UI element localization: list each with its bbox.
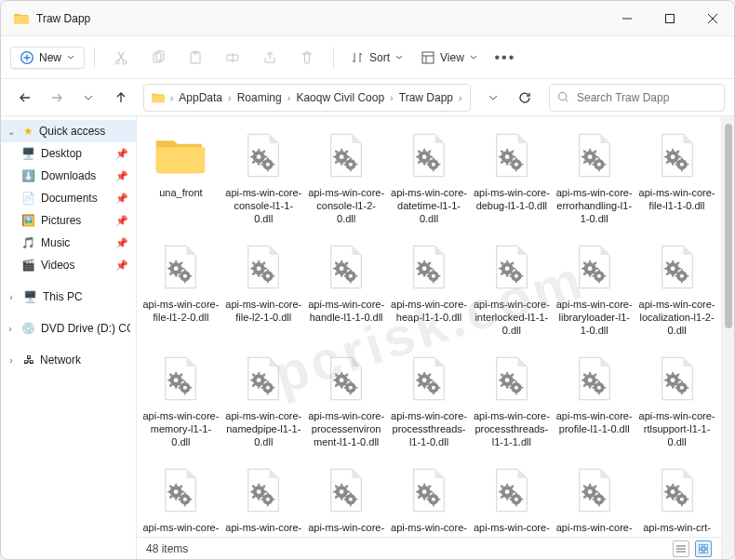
file-item[interactable]: api-ms-win-core-file-l1-2-0.dll [140,233,221,341]
up-button[interactable] [105,84,135,112]
rename-button[interactable] [216,43,249,73]
breadcrumb-item[interactable]: Kaoqw Civil Coop [296,91,384,104]
sidebar-item-music[interactable]: 🎵Music📌 [1,232,136,254]
file-item[interactable]: api-ms-win-core-processenvironment-l1-1-… [306,345,387,453]
file-item[interactable]: api-ms-win-core-processthreads-l1-1-0.dl… [389,345,470,453]
address-bar[interactable]: › AppData › Roaming › Kaoqw Civil Coop ›… [143,84,471,112]
forward-button[interactable] [42,84,72,112]
vertical-scrollbar[interactable] [721,116,734,559]
sidebar-item-desktop[interactable]: 🖥️Desktop📌 [1,142,136,165]
svg-point-52 [505,266,510,271]
file-item[interactable]: api-ms-win-core-console-l1-2-0.dll [306,122,387,230]
file-item[interactable]: api-ms-win-core-namedpipe-l1-1-0.dll [223,345,304,453]
item-label: api-ms-win-core-synch-l1-1-0.dll [225,522,302,537]
sidebar-item-downloads[interactable]: ⬇️Downloads📌 [1,165,136,187]
minimize-button[interactable] [606,1,648,36]
item-label: api-ms-win-core-sysinfo-l1-1-0.dll [391,522,468,537]
svg-point-3 [123,60,127,64]
sidebar-item-documents[interactable]: 📄Documents📌 [1,187,136,209]
item-label: api-ms-win-core-errorhandling-l1-1-0.dll [555,187,633,226]
share-button[interactable] [253,43,287,73]
sidebar-dvd-drive[interactable]: › 💿 DVD Drive (D:) CCCC [1,317,136,340]
icons-view-toggle[interactable] [695,540,712,557]
view-button[interactable]: View [414,43,485,73]
sidebar-item-pictures[interactable]: 🖼️Pictures📌 [1,209,136,232]
search-input[interactable] [577,91,716,104]
more-button[interactable]: ••• [488,43,522,73]
file-item[interactable]: api-ms-win-crt-conio-l1-1-0.dll [636,457,717,537]
dll-file-icon [153,237,208,297]
cut-button[interactable] [104,43,138,73]
sidebar-item-videos[interactable]: 🎬Videos📌 [1,254,136,276]
file-item[interactable]: api-ms-win-core-processthreads-l1-1-1.dl… [471,345,552,453]
search-box[interactable] [549,84,725,112]
titlebar[interactable]: Traw Dapp [1,1,734,36]
svg-point-88 [670,378,675,382]
file-item[interactable]: api-ms-win-core-file-l1-1-0.dll [636,122,717,230]
file-item[interactable]: api-ms-win-core-debug-l1-1-0.dll [471,122,552,230]
file-item[interactable]: api-ms-win-core-libraryloader-l1-1-0.dll [554,233,635,341]
sidebar-this-pc[interactable]: › 🖥️ This PC [1,286,136,308]
maximize-button[interactable] [648,1,691,36]
details-view-toggle[interactable] [673,540,689,557]
svg-point-70 [266,386,270,390]
file-item[interactable]: api-ms-win-core-datetime-l1-1-0.dll [389,122,470,230]
svg-point-32 [670,154,675,159]
svg-point-12 [257,154,261,159]
dll-file-icon [318,126,374,185]
pc-icon: 🖥️ [23,290,37,303]
copy-button[interactable] [141,43,175,73]
item-label: api-ms-win-core-processenvironment-l1-1-… [308,410,385,449]
paste-button[interactable] [179,43,212,73]
network-icon: 🖧 [23,353,34,367]
svg-point-28 [587,154,592,159]
breadcrumb-item[interactable]: Traw Dapp [399,91,453,104]
file-item[interactable]: api-ms-win-core-localization-l1-2-0.dll [636,233,717,341]
file-item[interactable]: api-ms-win-core-util-l1-1-0.dll [554,457,635,537]
file-item[interactable]: api-ms-win-core-synch-l1-1-0.dll [223,457,304,537]
dll-file-icon [484,237,540,297]
scrollbar-thumb[interactable] [725,124,732,328]
file-item[interactable]: api-ms-win-core-file-l2-1-0.dll [223,233,304,341]
file-item[interactable]: api-ms-win-core-memory-l1-1-0.dll [140,345,221,453]
sort-button[interactable]: Sort [343,43,410,73]
dll-file-icon [318,349,374,408]
sidebar-quick-access[interactable]: ⌄ ★ Quick access [1,120,136,142]
dll-file-icon [649,349,705,408]
file-item[interactable]: api-ms-win-core-heap-l1-1-0.dll [389,233,470,341]
file-item[interactable]: api-ms-win-core-console-l1-1-0.dll [223,122,304,230]
file-item[interactable]: api-ms-win-core-rtlsupport-l1-1-0.dll [636,345,717,453]
file-item[interactable]: api-ms-win-core-string-l1-1-0.dll [140,457,221,537]
file-item[interactable]: api-ms-win-core-interlocked-l1-1-0.dll [471,233,552,341]
close-button[interactable] [691,1,734,36]
file-item[interactable]: api-ms-win-core-profile-l1-1-0.dll [554,345,635,453]
file-item[interactable]: api-ms-win-core-timezone-l1-1-0.dll [471,457,552,537]
folder-item[interactable]: una_front [140,122,221,230]
file-item[interactable]: api-ms-win-core-sysinfo-l1-1-0.dll [389,457,470,537]
svg-point-24 [505,154,510,159]
delete-button[interactable] [290,43,324,73]
item-label: api-ms-win-core-console-l1-1-0.dll [225,187,302,226]
item-label: api-ms-win-core-libraryloader-l1-1-0.dll [555,299,633,338]
dll-file-icon [567,460,622,520]
back-button[interactable] [10,84,40,112]
file-item[interactable]: api-ms-win-core-handle-l1-1-0.dll [306,233,387,341]
items-view[interactable]: pcrisk.com una_frontapi-ms-win-core-cons… [137,116,721,537]
file-item[interactable]: api-ms-win-core-errorhandling-l1-1-0.dll [554,122,635,230]
svg-point-18 [349,163,353,167]
file-item[interactable]: api-ms-win-core-synch-l1-2-0.dll [306,457,387,537]
svg-point-44 [340,266,344,271]
breadcrumb-item[interactable]: Roaming [237,91,282,104]
svg-point-30 [597,163,601,167]
svg-point-72 [340,378,344,382]
navigation-pane[interactable]: ⌄ ★ Quick access 🖥️Desktop📌⬇️Downloads📌📄… [1,116,137,559]
recent-locations-button[interactable] [74,84,103,112]
refresh-button[interactable] [510,84,540,112]
svg-point-56 [587,266,592,271]
folder-icon [152,91,165,104]
breadcrumb-item[interactable]: AppData [179,91,222,104]
svg-point-106 [432,498,435,501]
new-button[interactable]: New [10,47,85,69]
sidebar-network[interactable]: › 🖧 Network [1,349,136,371]
dropdown-button[interactable] [478,84,508,112]
